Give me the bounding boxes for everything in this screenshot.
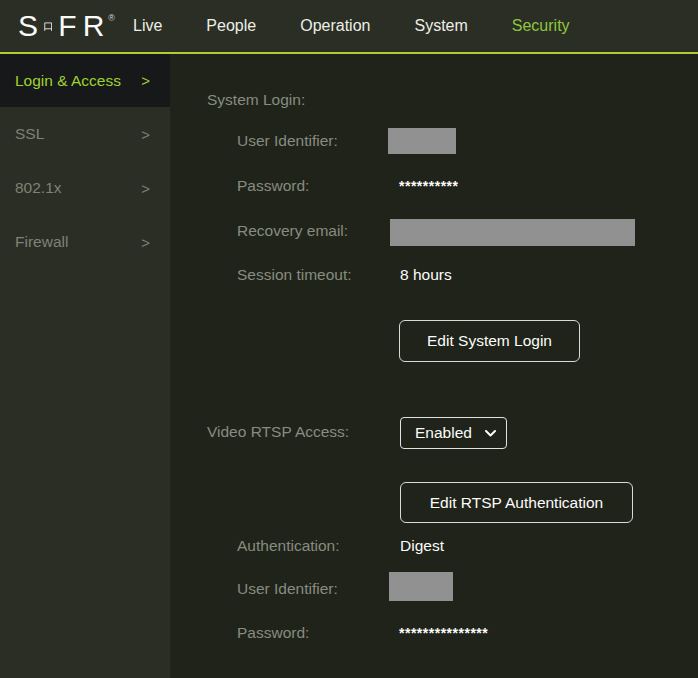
login-access-panel: System Login: User Identifier: Password:… — [170, 54, 698, 678]
nav-item-operation[interactable]: Operation — [300, 17, 370, 35]
password-masked-value: ********** — [399, 177, 458, 195]
chevron-right-icon: > — [141, 72, 150, 89]
sidebar-item-label: SSL — [15, 125, 44, 143]
main-nav: Live People Operation System Security — [133, 17, 570, 35]
nav-item-system[interactable]: System — [414, 17, 467, 35]
rtsp-user-identifier-label: User Identifier: — [237, 580, 338, 598]
sidebar-item-ssl[interactable]: SSL > — [0, 107, 170, 161]
chevron-right-icon: > — [141, 234, 150, 251]
rtsp-password-masked-value: *************** — [399, 624, 488, 642]
logo-a-glyph — [44, 15, 52, 38]
sidebar-item-firewall[interactable]: Firewall > — [0, 215, 170, 269]
safr-logo: S F R ® — [18, 11, 115, 41]
chevron-down-icon — [485, 430, 496, 437]
nav-item-live[interactable]: Live — [133, 17, 162, 35]
sidebar-item-8021x[interactable]: 802.1x > — [0, 161, 170, 215]
nav-item-security[interactable]: Security — [512, 17, 570, 35]
session-timeout-label: Session timeout: — [237, 266, 352, 284]
user-identifier-label: User Identifier: — [237, 132, 338, 150]
video-rtsp-access-label: Video RTSP Access: — [207, 423, 349, 441]
logo-letter-s: S — [18, 11, 38, 41]
recovery-email-redacted-value — [390, 219, 635, 246]
sidebar-item-login-access[interactable]: Login & Access > — [0, 54, 170, 107]
rtsp-password-label: Password: — [237, 624, 309, 642]
rtsp-access-select[interactable]: Enabled — [400, 417, 507, 449]
nav-item-people[interactable]: People — [206, 17, 256, 35]
session-timeout-value: 8 hours — [400, 266, 452, 284]
password-label: Password: — [237, 177, 309, 195]
sidebar-item-label: 802.1x — [15, 179, 62, 197]
logo-letter-r: R — [83, 11, 105, 41]
user-identifier-redacted-value — [388, 128, 456, 154]
logo-letter-f: F — [58, 11, 76, 41]
recovery-email-label: Recovery email: — [237, 222, 348, 240]
authentication-label: Authentication: — [237, 537, 340, 555]
authentication-value: Digest — [400, 537, 444, 555]
sidebar-item-label: Login & Access — [15, 72, 121, 90]
system-login-header: System Login: — [207, 91, 305, 109]
rtsp-user-identifier-redacted-value — [389, 572, 453, 601]
edit-system-login-button[interactable]: Edit System Login — [399, 320, 580, 362]
topbar: S F R ® Live People Operation System Sec… — [0, 0, 698, 54]
edit-rtsp-authentication-button[interactable]: Edit RTSP Authentication — [400, 482, 633, 523]
chevron-right-icon: > — [141, 180, 150, 197]
chevron-right-icon: > — [141, 126, 150, 143]
security-sidebar: Login & Access > SSL > 802.1x > Firewall… — [0, 54, 170, 678]
sidebar-item-label: Firewall — [15, 233, 68, 251]
registered-mark: ® — [108, 14, 115, 23]
rtsp-access-selected-option: Enabled — [415, 424, 472, 442]
